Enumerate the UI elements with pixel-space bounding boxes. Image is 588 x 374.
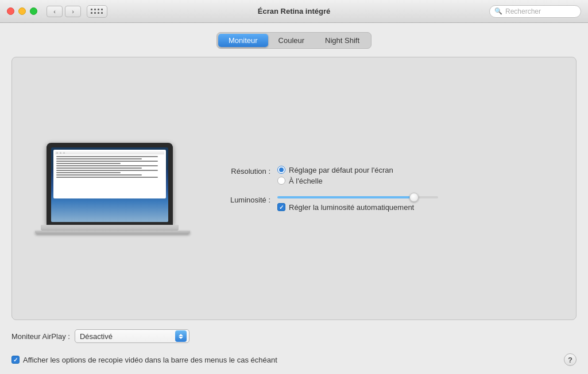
select-arrow-up-icon [179,334,183,336]
select-arrows-icon [175,330,187,342]
grid-view-button[interactable] [87,5,107,18]
forward-button[interactable]: › [65,6,81,17]
airplay-row: Moniteur AirPlay : Désactivé [11,329,577,343]
resolution-label: Résolution : [196,166,270,176]
bottom-section: Moniteur AirPlay : Désactivé ✓ Afficher … [11,329,577,366]
mirror-option-row: ✓ Afficher les options de recopie vidéo … [11,356,277,364]
resolution-default-option[interactable]: Réglage par défaut pour l'écran [277,166,393,174]
laptop-screen-outer [47,143,173,225]
auto-brightness-row: ✓ Régler la luminosité automatiquement [277,203,438,212]
checkbox-check-icon: ✓ [279,204,284,211]
mirror-checkbox[interactable]: ✓ [11,356,20,364]
resolution-scaled-label: À l'échelle [289,177,323,185]
mirror-check-icon: ✓ [13,357,18,363]
laptop-screen-inner [51,147,168,222]
back-button[interactable]: ‹ [47,6,63,17]
screen-menubar [55,151,164,154]
resolution-default-radio[interactable] [277,166,285,174]
laptop-base [41,225,179,231]
search-box[interactable]: 🔍 Rechercher [489,5,581,18]
auto-brightness-label: Régler la luminosité automatiquement [289,203,414,212]
grid-icon [91,9,103,14]
brightness-row: Luminosité : ✓ Régler la luminosité auto… [196,194,553,212]
airplay-select[interactable]: Désactivé [75,329,189,343]
search-icon: 🔍 [494,7,502,15]
brightness-slider-thumb[interactable] [409,193,419,202]
laptop [35,143,184,234]
help-button[interactable]: ? [564,353,577,366]
maximize-button[interactable] [30,7,37,15]
titlebar: ‹ › Écran Retina intégré 🔍 Rechercher [0,0,588,23]
tabs-container: Moniteur Couleur Night Shift [11,32,577,49]
brightness-slider-track[interactable] [277,196,438,198]
traffic-lights [7,7,37,15]
screen-text [55,155,164,180]
main-content: Moniteur Couleur Night Shift [0,23,588,374]
search-placeholder: Rechercher [505,7,541,15]
nav-buttons: ‹ › [47,6,81,17]
screen-content [53,150,166,198]
auto-brightness-checkbox[interactable]: ✓ [277,203,285,211]
tab-moniteur[interactable]: Moniteur [218,34,268,47]
airplay-select-value: Désactivé [80,332,113,341]
settings-panel: Résolution : Réglage par défaut pour l'é… [196,166,553,212]
resolution-row: Résolution : Réglage par défaut pour l'é… [196,166,553,185]
tab-nightshift[interactable]: Night Shift [315,34,370,47]
bottom-options: ✓ Afficher les options de recopie vidéo … [11,353,577,366]
window-title: Écran Retina intégré [258,7,330,15]
laptop-illustration [35,143,196,234]
close-button[interactable] [7,7,14,15]
tab-couleur[interactable]: Couleur [268,34,315,47]
resolution-scaled-option[interactable]: À l'échelle [277,177,393,185]
resolution-default-label: Réglage par défaut pour l'écran [289,166,393,174]
content-panel: Résolution : Réglage par défaut pour l'é… [11,57,577,320]
select-arrow-down-icon [179,337,183,339]
laptop-bottom [35,231,190,234]
resolution-scaled-radio[interactable] [277,177,285,185]
brightness-slider-container [277,194,438,198]
brightness-label: Luminosité : [196,194,270,204]
mirror-label: Afficher les options de recopie vidéo da… [23,356,277,364]
resolution-options: Réglage par défaut pour l'écran À l'éche… [277,166,393,185]
tabs: Moniteur Couleur Night Shift [216,32,372,49]
minimize-button[interactable] [18,7,26,15]
airplay-label: Moniteur AirPlay : [11,332,70,341]
